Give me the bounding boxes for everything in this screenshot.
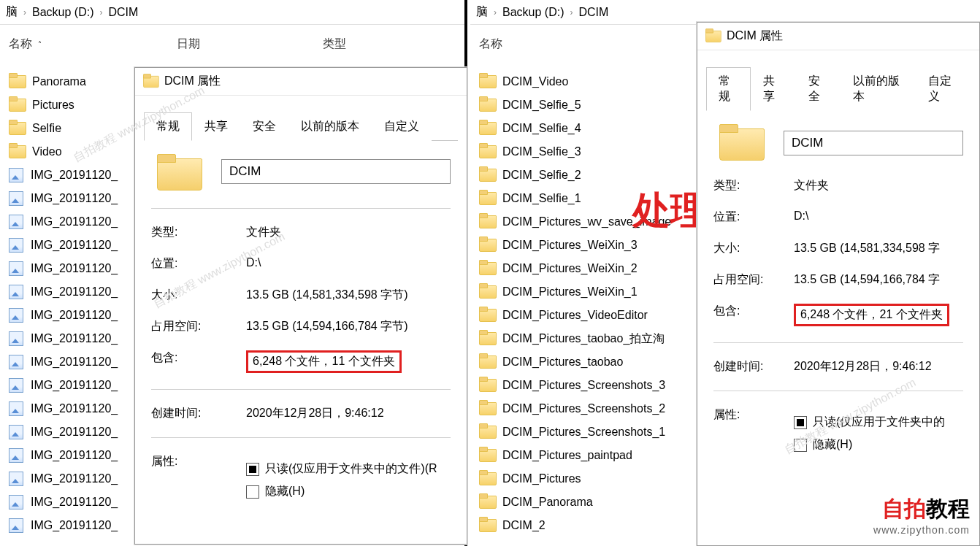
- folder-name-input[interactable]: [221, 159, 451, 184]
- list-item-label: Panorama: [32, 75, 86, 88]
- tab-prev[interactable]: 以前的版本: [841, 67, 916, 111]
- label-location: 位置:: [713, 209, 794, 225]
- list-item-label: IMG_20191120_: [31, 262, 118, 275]
- list-item[interactable]: DCIM_Selfie_5: [476, 93, 710, 117]
- list-item[interactable]: DCIM_Pictures_paintpad: [476, 444, 710, 467]
- list-item-label: IMG_20191120_: [31, 309, 118, 322]
- list-item-label: DCIM_Pictures_Screenshots_3: [502, 379, 665, 392]
- folder-icon: [479, 145, 495, 158]
- list-item[interactable]: DCIM_Pictures_Screenshots_1: [476, 420, 710, 444]
- logo: 自拍教程 www.zipython.com: [873, 494, 970, 536]
- list-item-label: DCIM_Selfie_1: [502, 192, 581, 205]
- tab-share[interactable]: 共享: [192, 112, 240, 141]
- hidden-checkbox[interactable]: [246, 485, 259, 499]
- list-item[interactable]: DCIM_Panorama: [476, 491, 710, 514]
- tab-general[interactable]: 常规: [144, 112, 192, 141]
- tab-custom[interactable]: 自定义: [916, 67, 971, 111]
- tab-general[interactable]: 常规: [706, 67, 751, 111]
- divider: [713, 342, 963, 343]
- list-item[interactable]: DCIM_Pictures_WeiXin_1: [476, 280, 710, 304]
- breadcrumb[interactable]: 脑 › Backup (D:) › DCIM: [470, 0, 980, 25]
- dialog-titlebar[interactable]: DCIM 属性: [135, 68, 467, 96]
- folder-icon: [479, 309, 495, 322]
- value-location: D:\: [794, 209, 963, 223]
- list-item-label: DCIM_Pictures_WeiXin_2: [502, 262, 638, 275]
- list-item[interactable]: DCIM_Selfie_4: [476, 117, 710, 140]
- list-item[interactable]: DCIM_Pictures_wv_save_image: [476, 210, 710, 234]
- list-item-label: DCIM_Selfie_4: [502, 122, 581, 135]
- hidden-checkbox[interactable]: [794, 439, 807, 452]
- folder-name-input[interactable]: [784, 131, 963, 155]
- breadcrumb-seg[interactable]: 脑: [476, 4, 488, 20]
- dialog-title: DCIM 属性: [727, 28, 783, 44]
- folder-icon: [143, 75, 158, 87]
- list-item[interactable]: DCIM_2: [476, 514, 710, 537]
- list-item[interactable]: DCIM_Selfie_2: [476, 164, 710, 187]
- list-item-label: DCIM_Pictures_Screenshots_2: [502, 402, 665, 415]
- readonly-checkbox[interactable]: [794, 416, 807, 429]
- list-item-label: DCIM_Video: [502, 75, 568, 88]
- list-item[interactable]: DCIM_Pictures_WeiXin_3: [476, 234, 710, 257]
- dialog-body: 类型:文件夹 位置:D:\ 大小:13.5 GB (14,581,334,598…: [697, 111, 979, 489]
- list-item-label: IMG_20191120_: [31, 285, 118, 299]
- hidden-label: 隐藏(H): [813, 437, 852, 453]
- list-item[interactable]: DCIM_Pictures_taobao_拍立淘: [476, 327, 710, 350]
- readonly-checkbox[interactable]: [246, 463, 259, 476]
- value-size: 13.5 GB (14,581,334,598 字节): [246, 288, 451, 303]
- value-type: 文件夹: [246, 225, 451, 240]
- breadcrumb-seg[interactable]: DCIM: [108, 6, 138, 19]
- value-size: 13.5 GB (14,581,334,598 字: [794, 241, 963, 256]
- folder-icon: [479, 122, 495, 135]
- list-item-label: DCIM_Selfie_3: [502, 145, 581, 158]
- list-item[interactable]: DCIM_Pictures_Screenshots_2: [476, 397, 710, 420]
- list-item-label: DCIM_Pictures_taobao: [502, 355, 623, 369]
- image-file-icon: [9, 355, 23, 369]
- properties-dialog-before: DCIM 属性 常规 共享 安全 以前的版本 自定义 类型:文件夹 位置:D:\…: [134, 67, 467, 545]
- tab-security[interactable]: 安全: [796, 67, 841, 111]
- col-name[interactable]: 名称: [479, 36, 647, 52]
- list-item-label: DCIM_Selfie_2: [502, 169, 581, 182]
- properties-dialog-after: DCIM 属性 常规 共享 安全 以前的版本 自定义 类型:文件夹 位置:D:\…: [697, 22, 980, 546]
- column-headers: 名称˄ 日期 类型: [0, 25, 464, 58]
- list-item[interactable]: DCIM_Pictures_Screenshots_3: [476, 374, 710, 397]
- tab-prev[interactable]: 以前的版本: [288, 112, 372, 141]
- col-name[interactable]: 名称˄: [9, 36, 177, 52]
- list-item-label: IMG_20191120_: [31, 239, 118, 252]
- image-file-icon: [9, 191, 23, 206]
- list-item[interactable]: DCIM_Selfie_1: [476, 187, 710, 210]
- label-location: 位置:: [151, 256, 246, 272]
- tab-share[interactable]: 共享: [751, 67, 795, 111]
- hidden-label: 隐藏(H): [265, 484, 305, 499]
- divider: [151, 437, 451, 438]
- image-file-icon: [9, 308, 23, 323]
- breadcrumb-seg[interactable]: Backup (D:): [32, 6, 93, 19]
- breadcrumb-seg[interactable]: 脑: [6, 4, 18, 20]
- list-item[interactable]: DCIM_Video: [476, 70, 710, 93]
- breadcrumb[interactable]: 脑 › Backup (D:) › DCIM: [0, 0, 464, 25]
- tab-custom[interactable]: 自定义: [372, 112, 432, 141]
- chevron-right-icon: ›: [99, 7, 102, 18]
- col-date[interactable]: 日期: [177, 36, 323, 52]
- col-type[interactable]: 类型: [323, 36, 346, 52]
- list-item-label: DCIM_Pictures_WeiXin_1: [502, 285, 638, 299]
- image-file-icon: [9, 401, 23, 416]
- breadcrumb-seg[interactable]: DCIM: [578, 6, 608, 19]
- breadcrumb-seg[interactable]: Backup (D:): [502, 6, 564, 19]
- list-item-label: Video: [32, 145, 62, 158]
- list-item[interactable]: DCIM_Pictures_VideoEditor: [476, 304, 710, 327]
- label-contains: 包含:: [713, 304, 794, 319]
- after-panel: 脑 › Backup (D:) › DCIM 名称 DCIM_VideoDCIM…: [470, 0, 980, 546]
- list-item[interactable]: DCIM_Pictures_taobao: [476, 350, 710, 374]
- dialog-titlebar[interactable]: DCIM 属性: [697, 23, 979, 50]
- list-item[interactable]: DCIM_Selfie_3: [476, 140, 710, 164]
- tab-security[interactable]: 安全: [240, 112, 288, 141]
- folder-icon: [9, 75, 25, 88]
- list-item[interactable]: DCIM_Pictures_WeiXin_2: [476, 257, 710, 280]
- list-item[interactable]: DCIM_Pictures: [476, 467, 710, 491]
- folder-icon: [479, 285, 495, 299]
- folder-icon: [9, 99, 25, 112]
- value-created: 2020年12月28日，9:46:12: [794, 359, 963, 374]
- image-file-icon: [9, 285, 23, 299]
- dialog-title: DCIM 属性: [164, 74, 221, 89]
- logo-url: www.zipython.com: [873, 524, 970, 536]
